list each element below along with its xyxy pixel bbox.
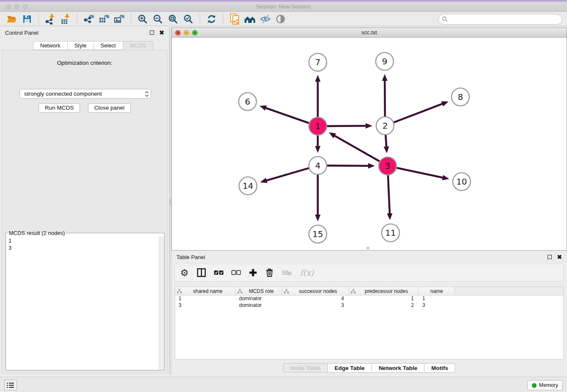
table-cell[interactable]: dominator	[236, 302, 282, 309]
edge-4-15[interactable]	[315, 175, 321, 221]
edge-4-3[interactable]	[327, 163, 375, 168]
graph-node-10[interactable]: 10	[453, 173, 471, 190]
zoom-in-icon[interactable]	[135, 13, 150, 25]
column-header-successor-nodes[interactable]: successor nodes	[282, 287, 349, 295]
table-cell[interactable]: 1	[349, 295, 419, 302]
save-session-icon[interactable]	[19, 13, 35, 25]
search-field[interactable]	[438, 14, 562, 25]
graph-node-1[interactable]: 1	[309, 117, 327, 135]
mcds-result-list[interactable]: 13	[8, 237, 157, 369]
graph-node-6[interactable]: 6	[239, 93, 256, 110]
control-panel-title: Control Panel	[5, 30, 39, 36]
tab-network[interactable]: Network	[33, 41, 67, 50]
tab-select[interactable]: Select	[94, 41, 123, 50]
network-maximize-icon[interactable]: +	[192, 30, 198, 36]
graph-node-3[interactable]: 3	[379, 157, 396, 175]
run-mcds-button[interactable]: Run MCDS	[39, 103, 80, 113]
close-window-icon[interactable]	[6, 4, 11, 9]
memory-button[interactable]: Memory	[527, 380, 563, 390]
table-cell[interactable]: 4	[282, 295, 349, 302]
close-panel-button[interactable]: Close panel	[88, 103, 131, 113]
zoom-fit-icon[interactable]	[165, 13, 181, 25]
edge-2-9[interactable]	[382, 74, 388, 116]
deselect-all-icon[interactable]	[231, 266, 241, 279]
float-panel-icon[interactable]	[150, 30, 154, 35]
table-cell[interactable]: 2	[349, 302, 419, 309]
split-columns-icon[interactable]	[197, 266, 206, 279]
tab-mcds[interactable]: MCDS	[123, 41, 153, 50]
close-panel-icon[interactable]: ✖	[159, 30, 164, 36]
column-header-predecessor-nodes[interactable]: predecessor nodes	[349, 287, 419, 295]
import-table-icon[interactable]	[58, 13, 73, 25]
export-table-icon[interactable]	[96, 13, 112, 25]
graph-node-15[interactable]: 15	[309, 225, 327, 243]
graph-node-7[interactable]: 7	[309, 53, 327, 71]
zoom-selected-icon[interactable]	[181, 13, 196, 25]
result-scrollbar[interactable]	[159, 236, 164, 370]
table-cell[interactable]: dominator	[236, 295, 282, 302]
tab-motifs[interactable]: Motifs	[424, 363, 455, 373]
minimize-window-icon[interactable]	[14, 4, 19, 9]
graph-node-11[interactable]: 11	[382, 224, 399, 242]
column-header-shared-name[interactable]: shared name	[175, 287, 236, 295]
splitter-grip[interactable]	[170, 199, 171, 205]
duplicate-network-icon[interactable]	[227, 13, 242, 25]
graph-node-4[interactable]: 4	[309, 157, 327, 174]
import-network-icon[interactable]	[43, 13, 58, 25]
show-all-icon[interactable]	[273, 13, 288, 25]
optimization-criterion-dropdown[interactable]: strongly connected component	[19, 89, 151, 99]
maximize-window-icon[interactable]	[23, 4, 28, 9]
table-row[interactable]: 3dominator323	[175, 302, 563, 309]
open-file-icon[interactable]	[4, 13, 19, 25]
edge-2-3[interactable]	[384, 135, 389, 153]
svg-text:4: 4	[315, 160, 321, 171]
table-cell[interactable]: 3	[175, 302, 236, 309]
column-header-mcds-role[interactable]: MCDS role	[236, 287, 282, 295]
graph-node-2[interactable]: 2	[376, 117, 394, 135]
network-window-titlebar[interactable]: × − + scc.txt	[172, 28, 567, 38]
table-cell[interactable]: 1	[419, 295, 455, 302]
svg-text:6: 6	[245, 97, 250, 107]
delete-column-icon[interactable]	[265, 266, 274, 279]
refresh-icon[interactable]	[204, 13, 219, 25]
first-neighbors-icon[interactable]	[242, 13, 258, 25]
task-history-button[interactable]	[4, 380, 17, 390]
network-title: scc.txt	[172, 28, 567, 37]
edge-1-7[interactable]	[315, 75, 321, 117]
tab-edge-table[interactable]: Edge Table	[328, 363, 372, 373]
column-header-name[interactable]: name	[419, 287, 455, 295]
table-cell[interactable]: 3	[419, 302, 455, 309]
edge-4-14[interactable]	[260, 168, 309, 183]
add-column-icon[interactable]	[249, 266, 257, 279]
close-table-panel-icon[interactable]: ✖	[557, 254, 562, 260]
tab-network-table[interactable]: Network Table	[372, 363, 424, 373]
network-minimize-icon[interactable]: −	[184, 30, 189, 36]
edge-3-11[interactable]	[387, 175, 392, 220]
delete-table-icon[interactable]	[282, 266, 292, 279]
table-row[interactable]: 1dominator411	[175, 295, 563, 302]
edge-1-4[interactable]	[315, 135, 321, 153]
network-close-icon[interactable]: ×	[175, 30, 181, 36]
edge-1-6[interactable]	[259, 105, 309, 123]
select-all-icon[interactable]	[214, 266, 223, 279]
table-cell[interactable]: 3	[282, 302, 349, 309]
hide-selected-icon[interactable]	[258, 13, 273, 25]
canvas-resize-grip[interactable]	[366, 247, 369, 249]
gear-icon[interactable]: ⚙	[180, 266, 189, 279]
graph-node-9[interactable]: 9	[376, 52, 394, 70]
graph-node-8[interactable]: 8	[451, 88, 469, 106]
network-canvas[interactable]: 7968124314101511	[172, 38, 567, 250]
table-cell[interactable]: 1	[175, 295, 236, 302]
export-image-icon[interactable]	[112, 13, 127, 25]
search-input[interactable]	[448, 16, 559, 22]
edge-2-8[interactable]	[394, 101, 449, 122]
tab-node-table[interactable]: Node Table	[283, 363, 328, 373]
graph-node-14[interactable]: 14	[239, 177, 257, 195]
float-table-panel-icon[interactable]	[548, 255, 552, 259]
tab-style[interactable]: Style	[67, 41, 94, 50]
export-network-icon[interactable]	[81, 13, 96, 25]
edge-3-10[interactable]	[397, 168, 449, 180]
edge-1-2[interactable]	[327, 123, 372, 129]
edge-3-1[interactable]	[329, 133, 380, 161]
zoom-out-icon[interactable]	[150, 13, 165, 25]
